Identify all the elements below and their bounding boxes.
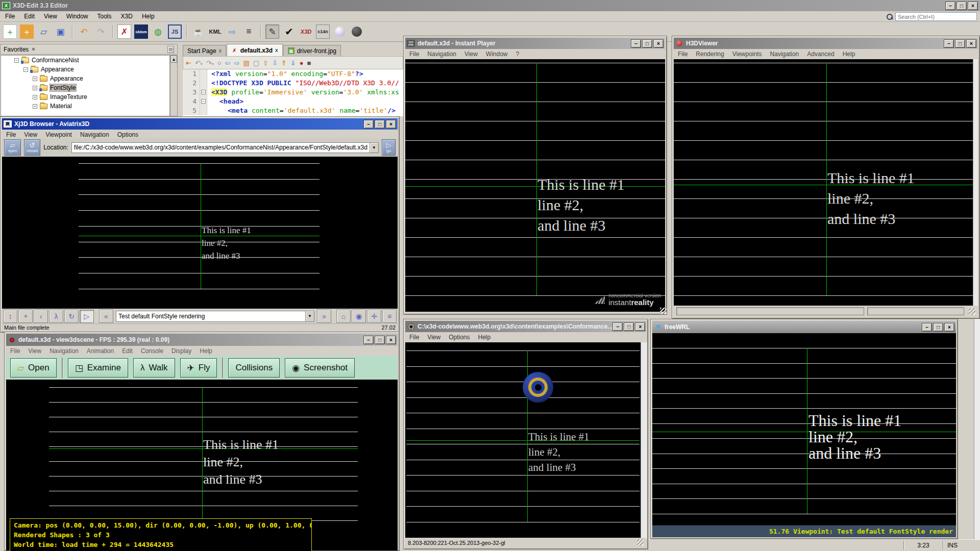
collapse-icon[interactable]: −	[23, 67, 28, 72]
maximize-button[interactable]: □	[375, 120, 385, 129]
menu-view[interactable]: View	[44, 13, 57, 20]
tree-item[interactable]: −ConformanceNist	[1, 56, 169, 65]
menu-view[interactable]: View	[24, 131, 37, 138]
xj3d-titlebar[interactable]: 爽 Xj3D Browser - Aviatrix3D – □ ×	[2, 118, 398, 130]
minimize-button[interactable]: –	[944, 39, 954, 48]
redo-icon[interactable]: ↷	[94, 24, 108, 39]
transform-arrow-icon[interactable]: ⇨	[225, 24, 239, 39]
nav-walk-icon[interactable]: λ	[49, 310, 63, 323]
close-button[interactable]: ×	[944, 323, 954, 332]
menu-options[interactable]: Options	[449, 334, 470, 341]
record-macro-icon[interactable]: ●	[300, 59, 304, 67]
menu-options[interactable]: Options	[117, 131, 138, 138]
select-rect-icon[interactable]: ▢	[253, 59, 259, 67]
editor-right-scrollbar[interactable]	[974, 319, 980, 539]
tree-item-label[interactable]: FontStyle	[50, 84, 76, 91]
search-icon[interactable]	[886, 13, 893, 20]
back-icon[interactable]: ↶▾	[195, 59, 203, 67]
search-input[interactable]	[895, 12, 977, 21]
resize-grip[interactable]	[969, 308, 975, 315]
menu-edit[interactable]: Edit	[24, 13, 35, 20]
menu-help[interactable]: Help	[200, 347, 212, 355]
minimize-button[interactable]: –	[363, 336, 374, 344]
duplicate-line-icon[interactable]: ▤	[243, 59, 249, 67]
menu-x3d[interactable]: X3D	[121, 13, 133, 20]
instant-viewport[interactable]: This is line #1line #2,and line #3noncom…	[405, 59, 665, 312]
x3dom-icon[interactable]: x3dom	[134, 24, 148, 39]
validate-check-icon[interactable]: ✔	[282, 24, 296, 39]
menu-file[interactable]: File	[6, 131, 16, 138]
shift-down-icon[interactable]: ⇩	[272, 59, 278, 67]
favorites-tree[interactable]: −ConformanceNist−Appearance+Appearance+F…	[1, 55, 170, 116]
viewpoint-previous-icon[interactable]: «	[99, 310, 113, 323]
menu-window[interactable]: Window	[66, 13, 88, 20]
menu-view[interactable]: View	[464, 51, 478, 58]
fold-collapse-icon[interactable]: −	[201, 90, 206, 94]
move-down-icon[interactable]: ⇓	[290, 59, 296, 67]
dropdown-arrow-icon[interactable]: ▼	[305, 311, 314, 321]
shift-up-icon[interactable]: ⇧	[263, 59, 268, 67]
code-line[interactable]: 2<!DOCTYPE X3D PUBLIC "ISO//Web3D//DTD X…	[183, 79, 403, 88]
h3d-viewport[interactable]: This is line #1line #2,and line #3	[674, 59, 978, 307]
menu-navigation[interactable]: Navigation	[770, 51, 799, 58]
freewrl-titlebar[interactable]: ❋ freeWRL – □ ×	[652, 321, 956, 333]
undo-icon[interactable]: ↶	[77, 24, 91, 39]
resize-grip[interactable]	[637, 539, 644, 546]
move-up-icon[interactable]: ⇑	[281, 59, 287, 67]
nav-pointer-icon[interactable]: ▷	[80, 310, 94, 323]
lookat-icon[interactable]: ◉	[352, 310, 366, 323]
stop-macro-icon[interactable]: ■	[307, 59, 311, 67]
new-project-icon[interactable]: ＋	[20, 24, 34, 39]
last-edit-icon[interactable]: ⇤	[186, 59, 191, 67]
menu-view[interactable]: View	[28, 347, 41, 355]
maximize-button[interactable]: □	[624, 322, 634, 331]
freewrl-viewport[interactable]: This is line #1line #2,and line #3	[652, 333, 956, 526]
viewpoint-value[interactable]: Test default FontStyle rendering	[116, 313, 305, 320]
expand-icon[interactable]: +	[33, 77, 37, 81]
screenshot-button[interactable]: ◉ Screenshot	[285, 358, 355, 378]
code-line[interactable]: 4−<head>	[183, 97, 403, 106]
openvrml-viewport[interactable]: This is line #1line #2,and line #3	[405, 342, 641, 539]
maximize-button[interactable]: □	[642, 39, 652, 48]
menu-help[interactable]: Help	[142, 13, 155, 20]
menu-window[interactable]: Window	[486, 51, 508, 58]
expand-icon[interactable]: +	[33, 86, 37, 90]
minimize-button[interactable]: –	[363, 120, 374, 129]
fit-world-icon[interactable]: ✛	[367, 310, 381, 323]
menu-display[interactable]: Display	[172, 347, 191, 355]
favorites-close-icon[interactable]: ✕	[31, 46, 35, 52]
maximize-button[interactable]: □	[933, 323, 943, 332]
xj3d-viewport[interactable]: This is line #1line #2,and line #3	[2, 157, 398, 309]
x3d-logo-icon[interactable]: X3D	[299, 24, 313, 39]
menu-advanced[interactable]: Advanced	[807, 51, 834, 58]
open-button[interactable]: ▱ Open	[10, 358, 57, 378]
menu-file[interactable]: File	[409, 334, 419, 341]
edit-mode-icon[interactable]: ✎	[265, 24, 279, 39]
maximize-button[interactable]: □	[957, 2, 967, 10]
tree-item[interactable]: +FontStyle	[1, 83, 169, 92]
view3dscene-titlebar[interactable]: default.x3d - view3dscene - FPS : 295.39…	[6, 334, 398, 346]
tree-item[interactable]: +ImageTexture	[1, 92, 169, 102]
minimize-button[interactable]: –	[631, 39, 641, 48]
menu-console[interactable]: Console	[141, 347, 163, 355]
tab-default-x3d[interactable]: ✗ default.x3dx	[227, 44, 283, 56]
instant-titlebar[interactable]: instplay default.x3d - Instant Player – …	[405, 38, 665, 49]
menu-file[interactable]: File	[5, 13, 15, 20]
fold-collapse-icon[interactable]: −	[201, 99, 206, 104]
menu-viewpoints[interactable]: Viewpoints	[732, 51, 762, 58]
close-button[interactable]: ×	[635, 322, 645, 331]
menu-navigation[interactable]: Navigation	[427, 51, 456, 58]
menu-rendering[interactable]: Rendering	[696, 51, 724, 58]
menu-view[interactable]: View	[427, 334, 440, 341]
scroll-up-icon[interactable]: ▲	[170, 56, 177, 63]
globe-icon[interactable]: ◍	[151, 24, 165, 39]
tree-item-label[interactable]: ImageTexture	[50, 93, 87, 101]
walk-button[interactable]: λ Walk	[133, 358, 175, 378]
menu-file[interactable]: File	[678, 51, 688, 58]
location-combo[interactable]: file:/C:/x3d-code/www.web3d.org/x3d/cont…	[71, 142, 379, 153]
tab-driver-front[interactable]: ▦ driver-front.jpg	[283, 45, 341, 56]
menu-file[interactable]: File	[409, 51, 419, 58]
nav-tilt-icon[interactable]: ‹	[34, 310, 48, 323]
forward-icon[interactable]: ↷▾	[206, 59, 214, 67]
expand-icon[interactable]: +	[33, 95, 37, 99]
